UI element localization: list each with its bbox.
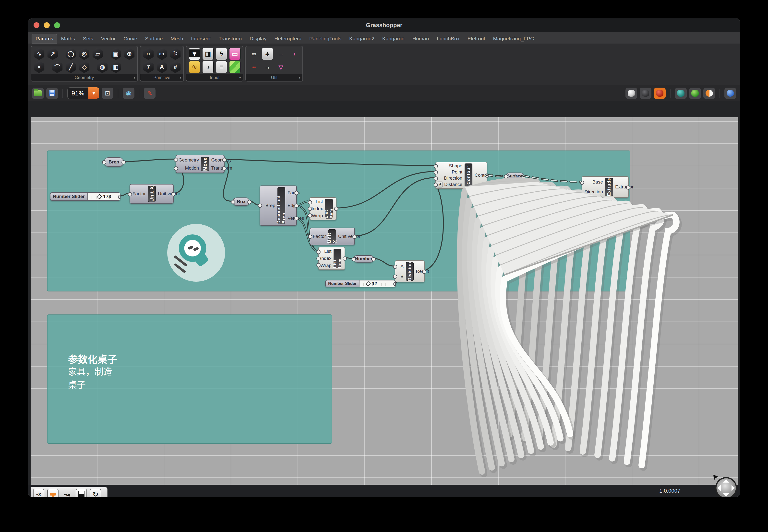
input-nub[interactable] bbox=[128, 192, 132, 196]
output-nub[interactable] bbox=[294, 204, 299, 208]
zoom-dropdown-button[interactable]: ▾ bbox=[88, 87, 99, 99]
decimal-number-icon[interactable]: 0.1 bbox=[156, 48, 167, 60]
input-nub[interactable] bbox=[434, 164, 438, 168]
input-nub[interactable] bbox=[258, 204, 262, 208]
circle-icon[interactable]: ◯ bbox=[65, 48, 76, 60]
component-move[interactable]: Geometry Motion Move Geometry Transform bbox=[175, 155, 225, 173]
ribbon-group-label[interactable]: Geometry▾ bbox=[31, 74, 137, 81]
minimize-button[interactable] bbox=[44, 22, 50, 28]
text-icon[interactable]: A bbox=[156, 61, 167, 73]
line-icon[interactable]: ╱ bbox=[65, 61, 76, 73]
input-nub[interactable] bbox=[434, 176, 438, 181]
document-preview-button[interactable] bbox=[703, 88, 715, 99]
component-extrude[interactable]: Base Direction Extrude Extrusion bbox=[582, 176, 629, 198]
menu-tab-transform[interactable]: Transform bbox=[215, 34, 246, 44]
menu-tab-lunchbox[interactable]: LunchBox bbox=[433, 34, 463, 44]
input-nub[interactable] bbox=[393, 275, 397, 279]
preview-mode-button[interactable] bbox=[76, 489, 87, 497]
output-nub[interactable] bbox=[118, 195, 120, 199]
component-deconstruct-brep[interactable]: Brep Deconstruct Brep Faces Edges Vertic… bbox=[260, 185, 297, 226]
output-nub[interactable] bbox=[222, 158, 226, 162]
close-button[interactable] bbox=[34, 22, 39, 28]
menu-tab-human[interactable]: Human bbox=[408, 34, 433, 44]
number-slider-count[interactable]: Number Slider 12 bbox=[325, 280, 396, 287]
menu-tab-mesh[interactable]: Mesh bbox=[167, 34, 187, 44]
ribbon-group-label[interactable]: Primitive▾ bbox=[140, 74, 183, 81]
value-list-icon[interactable]: ≡ bbox=[216, 61, 227, 73]
param-number[interactable]: Number bbox=[353, 255, 374, 263]
component-division[interactable]: A B Division Result bbox=[395, 260, 425, 282]
chevron-down-icon[interactable]: ▾ bbox=[179, 75, 181, 80]
ellipse-icon[interactable]: ○ bbox=[143, 48, 154, 60]
menu-tab-params[interactable]: Params bbox=[32, 34, 57, 44]
menu-tab-sets[interactable]: Sets bbox=[79, 34, 97, 44]
component-name-bar[interactable]: List Item bbox=[334, 249, 341, 268]
input-nub[interactable] bbox=[102, 160, 106, 164]
input-nub[interactable] bbox=[580, 190, 584, 194]
param-brep[interactable]: Brep bbox=[104, 157, 124, 167]
flask-icon[interactable]: ▽ bbox=[275, 61, 287, 73]
component-name-bar[interactable]: Unit X bbox=[148, 186, 156, 202]
output-nub[interactable] bbox=[393, 282, 396, 286]
rectangle-icon[interactable]: ◇ bbox=[79, 61, 90, 73]
preview-wireframe-button[interactable] bbox=[640, 88, 652, 99]
slider-handle[interactable] bbox=[366, 281, 371, 286]
group-definition[interactable] bbox=[47, 150, 630, 291]
plane-icon[interactable]: ▱ bbox=[92, 48, 103, 60]
preview-shaded-button[interactable] bbox=[654, 88, 666, 99]
component-name-bar[interactable]: Unit X bbox=[535, 196, 543, 210]
output-nub[interactable] bbox=[485, 173, 489, 178]
chevron-down-icon[interactable]: ▾ bbox=[133, 75, 135, 80]
input-nub[interactable] bbox=[308, 213, 312, 218]
param-surface[interactable]: Surface bbox=[506, 173, 524, 180]
panel-icon[interactable]: ▭ bbox=[229, 48, 241, 60]
scribble-icon[interactable]: ∿ bbox=[189, 61, 200, 73]
menu-tab-intersect[interactable]: Intersect bbox=[187, 34, 215, 44]
component-contour[interactable]: Shape Point Direction ✱Distance Contour … bbox=[435, 162, 487, 189]
ribbon-group-label[interactable]: Util▾ bbox=[246, 74, 303, 81]
input-nub[interactable] bbox=[434, 170, 438, 174]
preview-off-button[interactable] bbox=[626, 88, 637, 99]
menu-tab-magnetizing_fpg[interactable]: Magnetizing_FPG bbox=[489, 34, 538, 44]
menu-tab-panelingtools[interactable]: PanelingTools bbox=[305, 34, 345, 44]
input-nub[interactable] bbox=[434, 183, 438, 187]
wire-display-button[interactable]: ↝ bbox=[61, 489, 73, 497]
canvas-material-button[interactable] bbox=[724, 88, 736, 99]
output-nub[interactable] bbox=[171, 192, 175, 196]
output-nub[interactable] bbox=[352, 235, 357, 239]
menu-tab-display[interactable]: Display bbox=[246, 34, 270, 44]
import-slider-icon[interactable]: ▼ bbox=[189, 48, 200, 60]
input-nub[interactable] bbox=[525, 202, 529, 206]
gh-canvas[interactable]: Brep Geometry Motion Move Geometry Trans… bbox=[31, 117, 738, 497]
component-list-item-1[interactable]: List Index Wrap List Item i bbox=[310, 197, 337, 220]
expression-tool-button[interactable]: -x bbox=[33, 489, 44, 497]
mesh-quality-button[interactable] bbox=[689, 88, 701, 99]
integer-icon[interactable]: 7 bbox=[143, 61, 154, 73]
menu-tab-elefront[interactable]: Elefront bbox=[464, 34, 489, 44]
chevron-down-icon[interactable]: ▾ bbox=[239, 75, 241, 80]
output-nub[interactable] bbox=[294, 191, 299, 195]
component-name-bar[interactable]: Division bbox=[406, 262, 414, 281]
tree-icon[interactable]: ♣ bbox=[262, 48, 273, 60]
input-nub[interactable] bbox=[231, 200, 235, 204]
preview-toggle-button[interactable]: ◉ bbox=[123, 88, 134, 99]
arc-icon[interactable]: ⌒ bbox=[52, 61, 63, 73]
output-nub[interactable] bbox=[372, 257, 376, 261]
input-nub[interactable] bbox=[393, 265, 397, 269]
knob-icon[interactable]: ◑ bbox=[202, 61, 214, 73]
slider-handle[interactable] bbox=[97, 194, 102, 199]
canvas-navigation-widget[interactable] bbox=[709, 473, 738, 497]
output-nub[interactable] bbox=[334, 207, 338, 211]
input-nub[interactable] bbox=[308, 207, 312, 211]
component-list-item-2[interactable]: List Index Wrap List Item i bbox=[318, 247, 345, 270]
glasses-icon[interactable]: ∞ bbox=[248, 48, 260, 60]
input-nub[interactable] bbox=[316, 250, 321, 254]
cherry-picker-icon[interactable]: ●● bbox=[248, 61, 260, 73]
chevron-down-icon[interactable]: ▾ bbox=[299, 75, 301, 80]
relay-white-icon[interactable]: → bbox=[262, 61, 273, 73]
gradient-icon[interactable] bbox=[229, 61, 241, 73]
menu-tab-kangaroo2[interactable]: Kangaroo2 bbox=[345, 34, 378, 44]
brep-icon[interactable]: ◧ bbox=[110, 61, 121, 73]
number-slider-offset[interactable]: Number Slider 173 bbox=[50, 192, 120, 201]
input-nub[interactable] bbox=[504, 174, 508, 179]
